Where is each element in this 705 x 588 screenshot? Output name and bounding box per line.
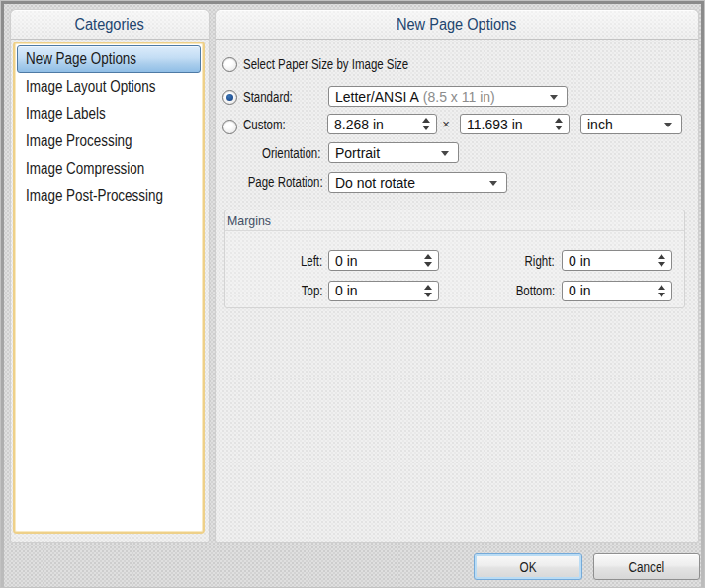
- spinner-arrows: [423, 251, 433, 270]
- dropdown-arrow-icon[interactable]: [441, 151, 449, 156]
- radio-select-paper-size-by-image-size[interactable]: [222, 57, 237, 72]
- orientation-label-text: Orientation:: [262, 145, 320, 161]
- radio-label-image-size-text: Select Paper Size by Image Size: [243, 56, 408, 72]
- standard-size-combobox[interactable]: Letter/ANSI A (8.5 x 11 in): [328, 86, 568, 107]
- dropdown-arrow-icon[interactable]: [489, 181, 497, 186]
- custom-height-spinbox[interactable]: 11.693 in: [460, 114, 570, 134]
- categories-list: New Page Options Image Layout Options Im…: [13, 42, 205, 534]
- page-rotation-label-text: Page Rotation:: [248, 174, 323, 190]
- category-item-label: New Page Options: [26, 50, 136, 68]
- categories-header: Categories: [11, 10, 209, 40]
- margins-caption-text: Margins: [227, 213, 271, 228]
- margin-right-label-text: Right:: [525, 253, 555, 269]
- standard-size-hint: (8.5 x 11 in): [423, 89, 495, 105]
- margin-top-value: 0 in: [335, 283, 358, 298]
- radio-label-standard-text: Standard:: [243, 89, 293, 105]
- margin-top-label-text: Top:: [301, 283, 322, 298]
- radio-label-image-size[interactable]: Select Paper Size by Image Size: [243, 55, 445, 73]
- margin-right-spinbox[interactable]: 0 in: [562, 250, 672, 271]
- category-item-image-post-processing[interactable]: Image Post-Processing: [17, 182, 201, 210]
- times-separator: ×: [439, 117, 453, 131]
- page-rotation-value: Do not rotate: [335, 175, 415, 191]
- category-item-image-compression[interactable]: Image Compression: [17, 155, 201, 183]
- margin-top-label: Top:: [247, 282, 322, 299]
- margin-top-spinbox[interactable]: 0 in: [328, 281, 439, 301]
- category-item-label: Image Post-Processing: [26, 187, 163, 205]
- spin-up-icon[interactable]: [422, 118, 430, 123]
- spinner-arrows: [657, 251, 666, 270]
- spin-down-icon[interactable]: [424, 262, 432, 267]
- margin-left-value: 0 in: [335, 253, 358, 269]
- radio-label-custom-text: Custom:: [243, 117, 286, 132]
- spin-down-icon[interactable]: [658, 262, 665, 267]
- page-rotation-combobox[interactable]: Do not rotate: [328, 172, 507, 193]
- custom-height-value: 11.693 in: [467, 117, 523, 132]
- category-item-new-page-options[interactable]: New Page Options: [17, 45, 201, 73]
- cancel-button-text: Cancel: [629, 559, 665, 575]
- cancel-button[interactable]: Cancel: [593, 553, 700, 580]
- ok-button[interactable]: OK: [474, 553, 582, 580]
- spin-down-icon[interactable]: [422, 126, 430, 130]
- spinner-arrows: [423, 282, 433, 300]
- radio-label-standard[interactable]: Standard:: [243, 88, 304, 106]
- margin-bottom-value: 0 in: [569, 283, 591, 298]
- custom-width-value: 8.268 in: [334, 117, 384, 132]
- spin-down-icon[interactable]: [555, 126, 563, 130]
- orientation-combobox[interactable]: Portrait: [328, 142, 459, 163]
- custom-width-spinbox[interactable]: 8.268 in: [327, 114, 437, 134]
- dropdown-arrow-icon[interactable]: [664, 123, 672, 127]
- radio-dot: [226, 94, 233, 101]
- page-rotation-label: Page Rotation:: [208, 173, 323, 191]
- margin-bottom-spinbox[interactable]: 0 in: [562, 281, 672, 301]
- category-item-label: Image Processing: [26, 132, 132, 150]
- dropdown-arrow-icon[interactable]: [550, 95, 558, 100]
- categories-header-text: Categories: [75, 10, 144, 40]
- spinner-arrows: [421, 115, 431, 133]
- spin-up-icon[interactable]: [424, 285, 432, 290]
- unit-combobox[interactable]: inch: [580, 114, 682, 134]
- margin-left-label: Left:: [247, 252, 322, 270]
- category-item-label: Image Compression: [26, 160, 144, 178]
- margin-right-label: Right:: [475, 252, 555, 270]
- margin-right-value: 0 in: [569, 253, 591, 269]
- orientation-value: Portrait: [335, 145, 380, 161]
- radio-custom[interactable]: [222, 120, 237, 134]
- spin-up-icon[interactable]: [658, 254, 665, 259]
- orientation-label: Orientation:: [215, 144, 320, 162]
- spinner-arrows: [657, 282, 666, 300]
- spin-up-icon[interactable]: [424, 254, 432, 259]
- spinner-arrows: [554, 115, 564, 133]
- spin-down-icon[interactable]: [424, 293, 432, 297]
- options-header: New Page Options: [216, 10, 698, 40]
- margin-bottom-label-text: Bottom:: [515, 283, 555, 298]
- margin-left-spinbox[interactable]: 0 in: [328, 250, 439, 271]
- spin-up-icon[interactable]: [658, 285, 665, 290]
- radio-label-custom[interactable]: Custom:: [243, 116, 295, 133]
- category-item-label: Image Layout Options: [26, 78, 155, 96]
- margin-bottom-label: Bottom:: [475, 282, 555, 299]
- ok-button-text: OK: [519, 559, 536, 575]
- unit-value: inch: [587, 117, 613, 132]
- spin-down-icon[interactable]: [658, 293, 665, 297]
- options-header-text: New Page Options: [397, 10, 516, 40]
- category-item-image-labels[interactable]: Image Labels: [17, 100, 201, 127]
- margins-caption: Margins: [225, 210, 684, 231]
- radio-standard[interactable]: [222, 90, 237, 105]
- standard-size-value: Letter/ANSI A: [335, 89, 419, 105]
- spin-up-icon[interactable]: [555, 118, 563, 123]
- category-item-label: Image Labels: [26, 105, 106, 123]
- category-item-image-processing[interactable]: Image Processing: [17, 127, 201, 155]
- category-item-image-layout-options[interactable]: Image Layout Options: [17, 73, 201, 101]
- margin-left-label-text: Left:: [301, 253, 322, 269]
